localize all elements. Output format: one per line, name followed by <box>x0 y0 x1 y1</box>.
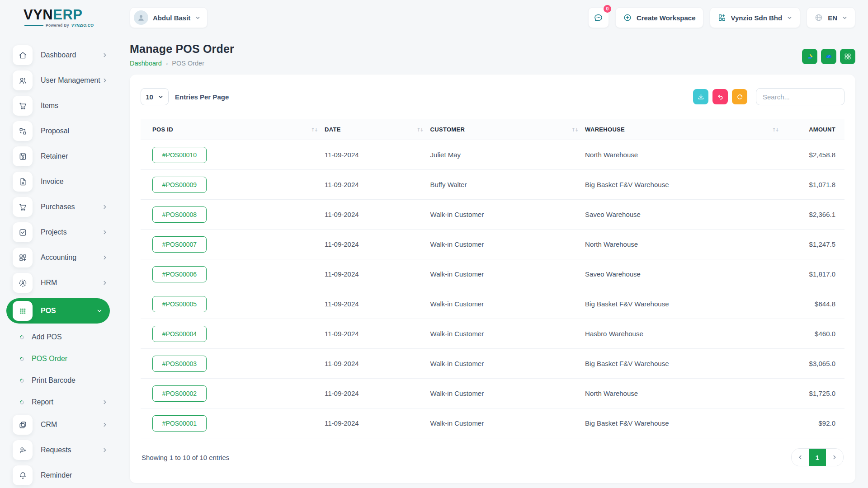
sidebar-item-purchases[interactable]: Purchases <box>13 197 110 217</box>
sidebar-item-proposal[interactable]: Proposal <box>13 121 110 141</box>
pos-id-button[interactable]: #POS00004 <box>152 326 207 342</box>
sidebar-item-hrm[interactable]: HRM <box>13 273 110 293</box>
create-workspace-label: Create Workspace <box>637 14 696 22</box>
cell-customer: Walk-in Customer <box>426 349 581 379</box>
chevron-right-icon <box>102 52 108 58</box>
undo-button[interactable] <box>712 89 728 104</box>
sidebar-subitem-print-barcode[interactable]: Print Barcode <box>20 371 110 389</box>
cell-date: 11-09-2024 <box>320 200 426 230</box>
sidebar-item-reminder[interactable]: Reminder <box>13 465 110 485</box>
pos-id-button[interactable]: #POS00003 <box>152 356 207 372</box>
cell-warehouse: Big Basket F&V Warehouse <box>580 289 781 319</box>
workspace-select[interactable]: Vynzio Sdn Bhd <box>710 7 801 28</box>
table-footer: Showing 1 to 10 of 10 entries 1 <box>141 438 844 475</box>
sidebar-item-retainer[interactable]: Retainer <box>13 146 110 166</box>
cell-amount: $1,817.0 <box>781 259 844 289</box>
cell-amount: $2,458.8 <box>781 140 844 170</box>
crm-icon <box>13 415 33 435</box>
topbar: Abdul Basit 0 Create Workspace <box>116 0 868 35</box>
column-amount[interactable]: AMOUNT <box>781 119 844 140</box>
topbar-actions: 0 Create Workspace Vynzio Sdn Bhd <box>588 7 855 28</box>
cell-warehouse: Saveo Warehouse <box>580 200 781 230</box>
create-workspace-button[interactable]: Create Workspace <box>615 7 703 28</box>
cell-amount: $1,071.8 <box>781 170 844 200</box>
pos-id-button[interactable]: #POS00001 <box>152 415 207 432</box>
globe-icon <box>814 13 823 22</box>
pagination: 1 <box>791 448 844 466</box>
grid-view-button[interactable] <box>840 49 855 64</box>
sidebar-item-invoice[interactable]: Invoice <box>13 172 110 192</box>
column-warehouse[interactable]: WAREHOUSE↑↓ <box>580 119 781 140</box>
cell-amount: $644.8 <box>781 289 844 319</box>
cell-customer: Juliet May <box>426 140 581 170</box>
pos-id-button[interactable]: #POS00007 <box>152 236 207 253</box>
grid-icon <box>844 52 852 61</box>
users-icon <box>13 70 33 90</box>
sidebar-item-accounting[interactable]: Accounting <box>13 248 110 267</box>
pos-id-button[interactable]: #POS00010 <box>152 147 207 163</box>
chevron-down-icon <box>195 15 201 21</box>
table-row: #POS00005 11-09-2024 Walk-in Customer Bi… <box>141 289 844 319</box>
brand-logo[interactable]: VYNERP Powered By VYNZIO.CO <box>0 0 116 35</box>
sidebar-item-dashboard[interactable]: Dashboard <box>13 45 110 65</box>
cell-warehouse: Hasbro Warehouse <box>580 319 781 349</box>
chevron-right-icon <box>102 229 108 235</box>
sidebar: Dashboard User Management Items Proposal… <box>0 35 116 488</box>
page-title: Manage POS Order <box>130 42 234 56</box>
chevron-right-icon <box>831 454 838 460</box>
grid-dots-icon <box>13 301 33 321</box>
bullet-icon <box>19 334 25 340</box>
pos-id-button[interactable]: #POS00005 <box>152 296 207 312</box>
sidebar-item-requests[interactable]: Requests <box>13 440 110 460</box>
sort-icon[interactable]: ↑↓ <box>416 127 423 132</box>
onedrive-button[interactable] <box>821 49 836 64</box>
column-pos-id[interactable]: POS ID↑↓ <box>141 119 320 140</box>
cell-warehouse: Big Basket F&V Warehouse <box>580 170 781 200</box>
next-page-button[interactable] <box>826 449 843 466</box>
google-drive-button[interactable] <box>802 49 817 64</box>
chat-button[interactable]: 0 <box>588 7 609 28</box>
refresh-button[interactable] <box>732 89 747 104</box>
column-date[interactable]: DATE↑↓ <box>320 119 426 140</box>
sidebar-subitem-add-pos[interactable]: Add POS <box>20 328 110 346</box>
cell-customer: Walk-in Customer <box>426 408 581 438</box>
sidebar-item-pos[interactable]: POS <box>6 298 110 324</box>
cell-customer: Walk-in Customer <box>426 289 581 319</box>
pos-id-button[interactable]: #POS00009 <box>152 177 207 193</box>
sidebar-item-projects[interactable]: Projects <box>13 222 110 242</box>
cell-date: 11-09-2024 <box>320 319 426 349</box>
sort-icon[interactable]: ↑↓ <box>311 127 317 132</box>
breadcrumb-current: POS Order <box>172 60 204 67</box>
cell-customer: Walk-in Customer <box>426 319 581 349</box>
cell-warehouse: North Warehouse <box>580 230 781 259</box>
download-button[interactable] <box>693 89 708 104</box>
pos-id-button[interactable]: #POS00002 <box>152 385 207 402</box>
chevron-down-icon <box>787 15 793 21</box>
cell-customer: Buffy Walter <box>426 170 581 200</box>
sidebar-item-crm[interactable]: CRM <box>13 415 110 435</box>
sort-icon[interactable]: ↑↓ <box>772 127 778 132</box>
sidebar-subitem-report[interactable]: Report <box>20 393 110 411</box>
cell-customer: Walk-in Customer <box>426 259 581 289</box>
pos-id-button[interactable]: #POS00006 <box>152 266 207 282</box>
page-1-button[interactable]: 1 <box>809 449 826 466</box>
chat-icon <box>593 13 604 23</box>
brand-tagline: Powered By VYNZIO.CO <box>24 23 116 28</box>
entries-per-page-select[interactable]: 10 <box>141 88 169 105</box>
sort-icon[interactable]: ↑↓ <box>571 127 578 132</box>
showing-entries-text: Showing 1 to 10 of 10 entries <box>142 454 229 461</box>
pos-id-button[interactable]: #POS00008 <box>152 206 207 223</box>
language-select[interactable]: EN <box>807 7 855 28</box>
search-input[interactable] <box>756 88 844 105</box>
user-menu[interactable]: Abdul Basit <box>130 7 208 28</box>
sidebar-subitem-pos-order[interactable]: POS Order <box>20 350 110 368</box>
sidebar-item-items[interactable]: Items <box>13 96 110 116</box>
prev-page-button[interactable] <box>792 449 809 466</box>
tagline-text: Powered By <box>46 23 69 28</box>
tagline-bar <box>24 25 43 26</box>
breadcrumb-dashboard-link[interactable]: Dashboard <box>130 60 162 67</box>
column-customer[interactable]: CUSTOMER↑↓ <box>426 119 581 140</box>
sidebar-item-user-management[interactable]: User Management <box>13 70 110 90</box>
chevron-down-icon <box>158 94 164 100</box>
chat-badge: 0 <box>604 5 611 13</box>
